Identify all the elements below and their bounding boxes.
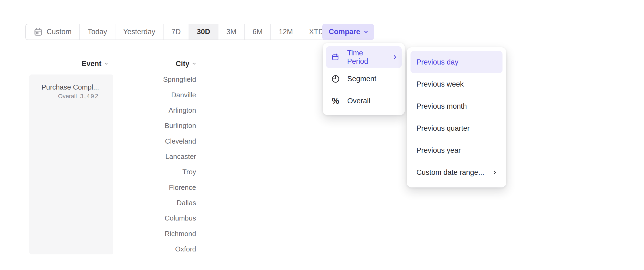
menu-item-label: Time Period	[347, 49, 385, 66]
chart-row-oxford: Oxford	[0, 241, 644, 257]
menu-item-label: Previous day	[416, 58, 458, 66]
calendar-icon	[34, 27, 43, 37]
segment-icon	[331, 75, 340, 83]
date-range-label: 6M	[253, 28, 263, 36]
chart-row-burlington: Burlington	[0, 118, 644, 133]
city-label: Cleveland	[0, 137, 196, 145]
chevron-right-icon	[392, 55, 397, 59]
chart-row-richmond: Richmond	[0, 226, 644, 241]
calendar-icon	[331, 53, 340, 61]
date-range-today[interactable]: Today	[80, 24, 115, 40]
chart-row-springfield: Springfield	[0, 72, 644, 87]
chart-row-troy: Troy	[0, 164, 644, 180]
chart-row-columbus: Columbus	[0, 211, 644, 226]
city-label: Arlington	[0, 106, 196, 115]
city-column-header[interactable]: City	[124, 56, 195, 71]
chart-row-cleveland: Cleveland	[0, 133, 644, 149]
date-range-label: Yesterday	[123, 28, 155, 36]
city-label: Florence	[0, 183, 196, 192]
time-period-item-previous-quarter[interactable]: Previous quarter	[411, 117, 503, 139]
menu-item-label: Previous quarter	[416, 124, 470, 133]
date-range-label: 7D	[171, 28, 181, 36]
time-period-submenu: Previous dayPrevious weekPrevious monthP…	[407, 47, 506, 187]
time-period-item-custom-date-range[interactable]: Custom date range...	[411, 161, 503, 183]
date-range-7d[interactable]: 7D	[164, 24, 189, 40]
time-period-item-previous-week[interactable]: Previous week	[411, 73, 503, 95]
date-range-12m[interactable]: 12M	[271, 24, 301, 40]
menu-item-label: Custom date range...	[416, 168, 484, 177]
date-range-label: Custom	[47, 28, 72, 36]
menu-item-label: Overall	[347, 97, 370, 105]
city-label: Troy	[0, 168, 196, 176]
time-period-item-previous-day[interactable]: Previous day	[411, 51, 503, 73]
city-label: Danville	[0, 91, 196, 99]
chart-row-florence: Florence	[0, 180, 644, 195]
date-range-label: XTD	[309, 28, 324, 36]
event-column-header[interactable]: Event	[29, 56, 107, 71]
date-range-label: Today	[88, 28, 107, 36]
date-range-3m[interactable]: 3M	[218, 24, 245, 40]
menu-item-label: Previous year	[416, 146, 461, 155]
date-range-30d[interactable]: 30D	[189, 24, 219, 40]
city-label: Oxford	[0, 245, 196, 253]
chevron-down-icon	[104, 61, 108, 65]
city-label: Burlington	[0, 122, 196, 130]
city-column-header-label: City	[176, 60, 189, 68]
chevron-right-icon	[492, 170, 496, 175]
compare-menu-item-segment[interactable]: Segment	[326, 68, 402, 90]
city-label: Dallas	[0, 199, 196, 207]
compare-menu-item-time-period[interactable]: Time Period	[326, 46, 402, 68]
city-label: Lancaster	[0, 152, 196, 161]
date-range-custom[interactable]: Custom	[26, 24, 80, 40]
time-period-item-previous-year[interactable]: Previous year	[411, 139, 503, 161]
compare-dropdown-menu: Time Period Segment%Overall	[323, 43, 405, 115]
bar-chart: SpringfieldDanvilleArlingtonBurlingtonCl…	[0, 72, 644, 257]
date-range-yesterday[interactable]: Yesterday	[115, 24, 164, 40]
date-range-segmented-control: CustomTodayYesterday7D30D3M6M12MXTD	[25, 24, 339, 40]
chart-row-danville: Danville	[0, 87, 644, 102]
event-column-header-label: Event	[82, 60, 101, 68]
date-range-label: 12M	[279, 28, 293, 36]
date-range-toolbar: CustomTodayYesterday7D30D3M6M12MXTD	[25, 24, 339, 40]
date-range-label: 30D	[197, 28, 210, 36]
compare-button-label: Compare	[329, 28, 360, 36]
time-period-item-previous-month[interactable]: Previous month	[411, 95, 503, 117]
compare-button[interactable]: Compare	[322, 24, 374, 40]
menu-item-label: Previous month	[416, 102, 467, 111]
chart-row-lancaster: Lancaster	[0, 149, 644, 164]
city-label: Richmond	[0, 230, 196, 238]
menu-item-label: Previous week	[416, 80, 464, 88]
city-label: Columbus	[0, 214, 196, 222]
percent-icon: %	[331, 97, 340, 105]
date-range-6m[interactable]: 6M	[245, 24, 271, 40]
city-label: Springfield	[0, 75, 196, 84]
menu-item-label: Segment	[347, 75, 376, 83]
date-range-label: 3M	[226, 28, 236, 36]
chevron-down-icon	[192, 61, 196, 65]
chart-row-dallas: Dallas	[0, 195, 644, 211]
chart-row-arlington: Arlington	[0, 103, 644, 118]
compare-menu-item-overall[interactable]: %Overall	[326, 90, 402, 112]
chevron-down-icon	[364, 29, 368, 33]
